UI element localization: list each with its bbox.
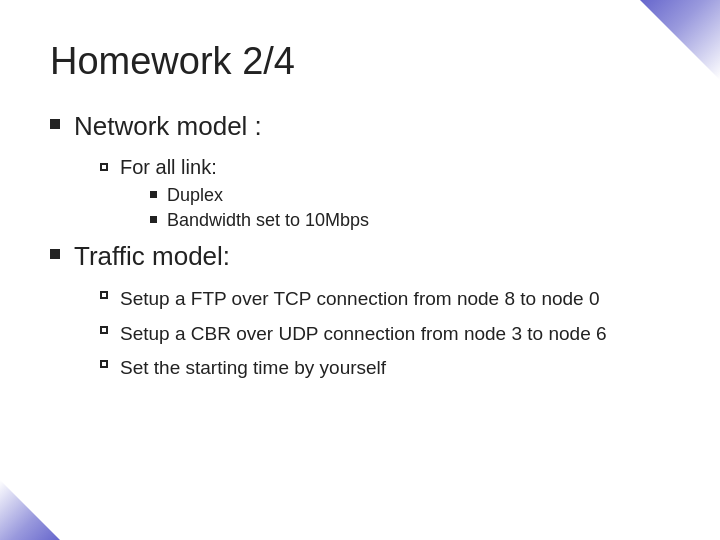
- bandwidth-text: Bandwidth set to 10Mbps: [167, 210, 369, 231]
- sub-sub-bullet-duplex: Duplex: [150, 185, 670, 206]
- sub-sub-bullet-bandwidth: Bandwidth set to 10Mbps: [150, 210, 670, 231]
- ftp-setup-text: Setup a FTP over TCP connection from nod…: [120, 286, 600, 313]
- for-all-link-text: For all link:: [120, 156, 217, 179]
- traffic-sub-square-cbr: [100, 326, 108, 334]
- duplex-text: Duplex: [167, 185, 223, 206]
- network-model-text: Network model :: [74, 111, 262, 142]
- link-properties-section: Duplex Bandwidth set to 10Mbps: [150, 185, 670, 231]
- sub-bullet-for-all-link: For all link:: [100, 156, 670, 179]
- traffic-sub-square-start-time: [100, 360, 108, 368]
- traffic-model-section: Traffic model: Setup a FTP over TCP conn…: [50, 241, 670, 382]
- traffic-sub-bullet-cbr: Setup a CBR over UDP connection from nod…: [100, 321, 670, 348]
- start-time-text: Set the starting time by yourself: [120, 355, 386, 382]
- slide-content: Homework 2/4 Network model : For all lin…: [0, 0, 720, 540]
- main-bullet-traffic-model: Traffic model:: [50, 241, 670, 272]
- traffic-sub-bullet-ftp: Setup a FTP over TCP connection from nod…: [100, 286, 670, 313]
- sub-bullet-square-for-all-link: [100, 163, 108, 171]
- for-all-link-section: For all link: Duplex Bandwidth set to 10…: [100, 156, 670, 231]
- sub-sub-square-duplex: [150, 191, 157, 198]
- cbr-setup-text: Setup a CBR over UDP connection from nod…: [120, 321, 607, 348]
- bullet-square-traffic: [50, 249, 60, 259]
- traffic-sub-bullet-start-time: Set the starting time by yourself: [100, 355, 670, 382]
- sub-sub-square-bandwidth: [150, 216, 157, 223]
- traffic-sub-section: Setup a FTP over TCP connection from nod…: [100, 286, 670, 382]
- main-bullet-network-model: Network model :: [50, 111, 670, 142]
- slide-title: Homework 2/4: [50, 40, 670, 83]
- bullet-square-network: [50, 119, 60, 129]
- traffic-sub-square-ftp: [100, 291, 108, 299]
- traffic-model-text: Traffic model:: [74, 241, 230, 272]
